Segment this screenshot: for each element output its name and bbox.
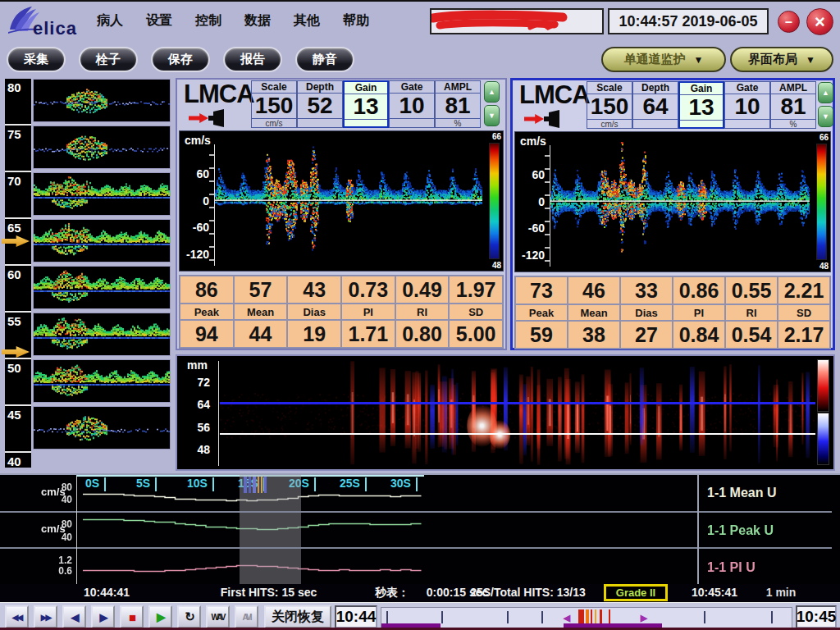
slider-tick <box>386 611 388 623</box>
increase-button[interactable]: ▲ <box>818 82 833 103</box>
avi-button[interactable]: AVI <box>235 605 258 628</box>
parameter-label: Gate <box>725 82 769 94</box>
depth-scale-label: 65 <box>7 221 29 235</box>
measurement-value: 86 <box>180 276 234 304</box>
layout-dropdown[interactable]: 界面布局 ▼ <box>730 47 833 72</box>
parameter-cell[interactable]: AMPL 81 % <box>770 81 816 129</box>
parameter-cell[interactable]: Gate 10 <box>724 81 770 129</box>
depth-scale-label: 45 <box>7 408 29 422</box>
measurement-value: 5.00 <box>449 320 503 348</box>
timeline-slider[interactable]: ◀ ▶ <box>381 607 792 628</box>
y-tick-label: -60 <box>518 221 545 235</box>
menu-item[interactable]: 设置 <box>146 12 172 30</box>
depth-mini-spectrogram[interactable] <box>33 359 171 403</box>
depth-mini-spectrogram[interactable] <box>33 406 171 450</box>
m-mode-canvas <box>220 358 815 468</box>
parameter-unit: % <box>771 119 815 129</box>
cursor-depth-line[interactable] <box>220 433 815 435</box>
parameter-value: 150 <box>252 94 296 118</box>
parameter-value: 10 <box>725 94 769 119</box>
measurement-header: Mean <box>568 304 620 321</box>
patient-name-field[interactable] <box>430 8 604 34</box>
measurement-value: 94 <box>180 320 234 348</box>
depth-scale-label: 70 <box>7 174 29 188</box>
trend-canvas <box>77 513 696 548</box>
parameter-label: Gain <box>345 82 387 94</box>
parameter-cell[interactable]: Gate 10 <box>389 80 435 128</box>
y-axis-unit: cm/s <box>520 135 546 148</box>
parameter-cell[interactable]: Scale 150 cm/s <box>251 80 297 128</box>
increase-button[interactable]: ▲ <box>484 81 500 103</box>
depth-mini-spectrogram[interactable] <box>33 79 171 122</box>
minimize-button[interactable]: – <box>778 11 800 33</box>
toolbar-button[interactable]: 栓子 <box>79 47 138 72</box>
rewind-button[interactable]: ◀◀ <box>5 605 29 628</box>
menu-item[interactable]: 其他 <box>294 12 320 30</box>
toolbar-button[interactable]: 保存 <box>151 47 210 72</box>
colorbar <box>489 143 500 259</box>
depth-mini-spectrogram[interactable] <box>33 219 171 262</box>
parameter-cell[interactable]: Gain 13 <box>343 80 389 128</box>
parameter-cell[interactable]: Scale 150 cm/s <box>587 81 632 129</box>
parameter-cell[interactable]: AMPL 81 % <box>435 80 481 128</box>
step-back-button[interactable]: ◀ <box>62 605 86 628</box>
loop-button[interactable]: ↻ <box>177 605 201 628</box>
parameter-unit <box>390 118 434 127</box>
menu-item[interactable]: 控制 <box>195 12 221 30</box>
toolbar-button[interactable]: 静音 <box>295 47 354 72</box>
fast-forward-button[interactable]: ▶▶ <box>34 605 57 628</box>
close-button[interactable]: × <box>806 8 833 35</box>
trend-tick: 80 <box>48 482 72 493</box>
trend-series-label: 1-1 Mean U <box>707 486 776 500</box>
gate-depth-line[interactable] <box>220 402 815 404</box>
menu-item[interactable]: 帮助 <box>343 12 369 30</box>
play-button[interactable]: ▶ <box>148 605 172 628</box>
step-forward-button[interactable]: ▶ <box>91 605 115 628</box>
depth-mini-spectrogram[interactable] <box>33 266 171 309</box>
menu-item[interactable]: 数据 <box>244 12 271 30</box>
trend-series-label: 1-1 Peak U <box>707 523 774 538</box>
decrease-button[interactable]: ▼ <box>818 106 833 127</box>
datetime-display: 10:44:57 2019-06-05 <box>608 8 769 34</box>
playback-end-time: 10:45 <box>796 605 837 628</box>
parameter-value: 10 <box>390 94 434 118</box>
vessel-label: LMCA <box>184 80 254 109</box>
menu-item[interactable]: 病人 <box>97 12 123 30</box>
selection-band[interactable] <box>240 475 301 584</box>
depth-mini-spectrogram[interactable] <box>33 126 171 169</box>
depth-mini-spectrogram[interactable] <box>33 313 171 356</box>
depth-mini-spectrogram[interactable] <box>33 172 171 216</box>
measurement-header: SD <box>778 304 830 321</box>
probe-icon <box>208 109 228 127</box>
close-restore-button[interactable]: 关闭恢复 <box>264 605 331 628</box>
button-glyph: ▶ <box>100 611 107 623</box>
channel-panel-1: LMCA Scale 150 cm/s Depth 52 Gain 13 <box>176 78 507 350</box>
parameter-value: 81 <box>436 94 480 118</box>
parameter-label: AMPL <box>771 82 815 94</box>
toolbar-button[interactable]: 报告 <box>223 47 282 72</box>
channel-mode-dropdown[interactable]: 单通道监护 ▼ <box>601 47 726 72</box>
parameter-unit <box>345 119 387 126</box>
value-spinner: ▲ ▼ <box>818 82 833 127</box>
measurement-header: Dias <box>620 304 673 321</box>
depth-tick-label: 72 <box>182 376 210 389</box>
parameter-unit: % <box>436 118 480 128</box>
slider-tick <box>541 611 543 623</box>
total-hits-label: 25S/Total HITS: 13/13 <box>456 586 600 599</box>
menu-bar: 病人设置控制数据其他帮助 <box>97 2 369 39</box>
parameter-cell[interactable]: Gain 13 <box>678 81 724 129</box>
decrease-button[interactable]: ▼ <box>484 105 500 126</box>
parameter-cell[interactable]: Depth 52 <box>297 80 343 128</box>
toolbar-button[interactable]: 采集 <box>7 47 66 72</box>
stop-button[interactable]: ■ <box>120 605 144 628</box>
trend-tick: 1.2 <box>48 555 72 566</box>
wav-button[interactable]: WAV <box>206 605 230 628</box>
measurement-value: 1.71 <box>341 320 395 348</box>
measurement-header: Dias <box>287 304 341 320</box>
parameter-unit <box>680 120 723 127</box>
parameter-cell[interactable]: Depth 64 <box>632 81 678 129</box>
depth-scale: 807570656055504540 <box>5 79 31 468</box>
button-glyph: AVI <box>243 613 251 622</box>
y-tick-label: 0 <box>183 194 209 208</box>
dropdown-label: 单通道监护 <box>624 52 686 67</box>
